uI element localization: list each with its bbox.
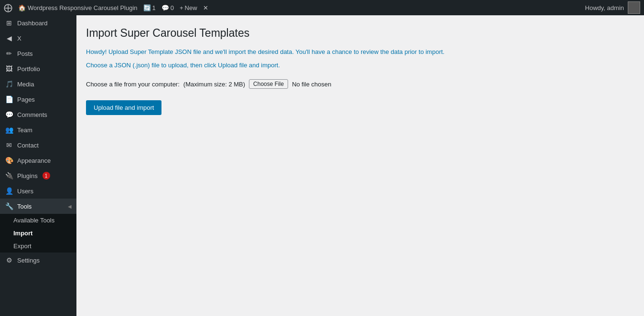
dashboard-icon: ⊞	[5, 19, 13, 27]
contact-icon: ✉	[5, 141, 13, 149]
sidebar-item-team[interactable]: 👥 Team	[0, 122, 76, 137]
comments-count: 0	[171, 4, 174, 11]
sidebar-item-pages[interactable]: 📄 Pages	[0, 92, 76, 107]
sidebar-item-appearance[interactable]: 🎨 Appearance	[0, 153, 76, 168]
sidebar-item-label: Users	[17, 188, 33, 195]
tools-icon: 🔧	[5, 202, 13, 210]
topbar: ⨁ 🏠 Wordpress Responsive Carousel Plugin…	[0, 0, 644, 15]
sidebar-item-users[interactable]: 👤 Users	[0, 183, 76, 199]
pages-icon: 📄	[5, 95, 13, 103]
avatar[interactable]	[628, 1, 640, 14]
updates-icon: 🔄	[143, 4, 151, 11]
description-text: Howdy! Upload Super Template JSON file a…	[86, 47, 634, 57]
choose-file-button[interactable]: Choose File	[249, 79, 288, 89]
new-label: New	[185, 4, 197, 11]
plugins-badge: 1	[43, 172, 50, 179]
users-icon: 👤	[5, 187, 13, 195]
collapse-icon: ◀	[5, 34, 13, 42]
updates-link[interactable]: 🔄 1	[143, 4, 156, 11]
no-file-label: No file chosen	[292, 81, 331, 88]
plus-icon: +	[180, 4, 183, 11]
sidebar-item-label: Dashboard	[17, 20, 48, 27]
site-home-icon: 🏠	[18, 4, 26, 11]
sidebar-item-export[interactable]: Export	[0, 240, 76, 253]
sidebar-item-label: Plugins	[17, 172, 38, 179]
sidebar-item-tools[interactable]: 🔧 Tools ◀	[0, 199, 76, 214]
comments-bubble-icon: 💬	[161, 4, 169, 11]
plugins-icon: 🔌	[5, 172, 13, 179]
team-icon: 👥	[5, 126, 13, 134]
export-label: Export	[13, 242, 32, 250]
sidebar-item-label: Team	[17, 126, 32, 134]
wp-logo-icon[interactable]: ⨁	[4, 2, 12, 13]
tools-arrow-icon: ◀	[68, 204, 72, 209]
portfolio-icon: 🖼	[5, 65, 13, 73]
settings-icon: ⚙	[5, 256, 13, 264]
sidebar-item-label: Settings	[17, 257, 40, 264]
sidebar-item-settings[interactable]: ⚙ Settings	[0, 253, 76, 268]
page-title: Import Super Carousel Templates	[86, 27, 634, 40]
sidebar-item-label: Contact	[17, 142, 39, 149]
file-chooser-row: Choose a file from your computer: (Maxim…	[86, 79, 634, 89]
sidebar-item-label: Posts	[17, 50, 33, 57]
sidebar-item-label: Pages	[17, 96, 35, 103]
posts-icon: ✏	[5, 50, 13, 57]
appearance-icon: 🎨	[5, 157, 13, 164]
site-link[interactable]: 🏠 Wordpress Responsive Carousel Plugin	[18, 4, 138, 11]
instruction-text: Choose a JSON (.json) file to upload, th…	[86, 61, 634, 70]
sidebar: ⊞ Dashboard ◀ X ✏ Posts 🖼 Portfolio 🎵 Me…	[0, 15, 76, 316]
new-link[interactable]: + New	[180, 4, 197, 11]
site-name: Wordpress Responsive Carousel Plugin	[28, 4, 138, 11]
available-tools-label: Available Tools	[13, 217, 54, 224]
sidebar-item-plugins[interactable]: 🔌 Plugins 1	[0, 168, 76, 183]
media-icon: 🎵	[5, 80, 13, 88]
sidebar-item-label: Appearance	[17, 157, 51, 164]
sidebar-item-comments[interactable]: 💬 Comments	[0, 107, 76, 122]
sidebar-item-label: Media	[17, 81, 34, 88]
file-label: Choose a file from your computer:	[86, 81, 180, 88]
sidebar-item-available-tools[interactable]: Available Tools	[0, 214, 76, 227]
sidebar-item-collapse[interactable]: ◀ X	[0, 31, 76, 46]
sidebar-item-label: Tools	[17, 203, 32, 210]
sidebar-item-label: Comments	[17, 111, 47, 118]
sidebar-item-posts[interactable]: ✏ Posts	[0, 46, 76, 61]
comments-icon: 💬	[5, 111, 13, 118]
comments-link[interactable]: 💬 0	[161, 4, 174, 11]
sidebar-item-label: Portfolio	[17, 65, 40, 73]
upload-button[interactable]: Upload file and import	[86, 100, 161, 115]
sidebar-item-dashboard[interactable]: ⊞ Dashboard	[0, 15, 76, 31]
sidebar-item-contact[interactable]: ✉ Contact	[0, 137, 76, 153]
tools-submenu: Available Tools Import Export	[0, 214, 76, 253]
import-label: Import	[13, 230, 32, 237]
sidebar-item-import[interactable]: Import	[0, 227, 76, 240]
layout: ⊞ Dashboard ◀ X ✏ Posts 🖼 Portfolio 🎵 Me…	[0, 15, 644, 316]
close-button[interactable]: ✕	[203, 4, 208, 11]
sidebar-item-portfolio[interactable]: 🖼 Portfolio	[0, 61, 76, 76]
sidebar-item-label: X	[17, 35, 21, 42]
howdy-label: Howdy, admin	[585, 4, 624, 11]
topbar-right: Howdy, admin	[585, 1, 640, 14]
main-content: Import Super Carousel Templates Howdy! U…	[76, 15, 644, 316]
file-size-label: (Maximum size: 2 MB)	[183, 81, 245, 88]
updates-count: 1	[152, 4, 156, 11]
sidebar-item-media[interactable]: 🎵 Media	[0, 76, 76, 92]
